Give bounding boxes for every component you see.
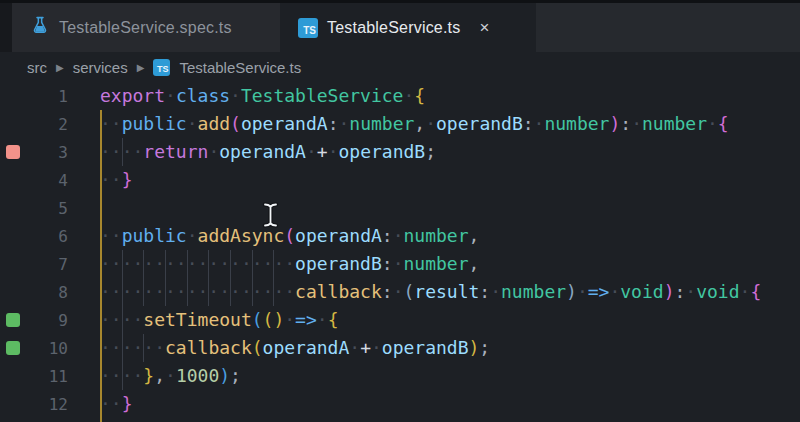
code-token: :: [674, 281, 685, 302]
whitespace-dots: ·: [284, 309, 295, 330]
gutter-marker-cell[interactable]: [0, 390, 26, 418]
editor-tab-bar: TestableService.spec.ts TS TestableServi…: [0, 3, 800, 52]
indent-guide: [143, 278, 144, 306]
indent-guide: [143, 334, 144, 362]
indent-guide: [252, 278, 253, 306]
code-line-content[interactable]: ··public·addAsync(operandA:·number,: [68, 222, 800, 250]
code-token: ;: [425, 141, 436, 162]
code-token: callback: [295, 281, 382, 302]
coverage-uncovered-icon: [6, 145, 20, 159]
breadcrumb-src[interactable]: src: [27, 59, 47, 76]
gutter-marker-cell[interactable]: [0, 222, 26, 250]
flask-icon: [30, 15, 50, 40]
code-token: ,: [469, 225, 480, 246]
code-line[interactable]: 9····setTimeout(()·=>·{: [0, 306, 800, 334]
line-number: 10: [26, 339, 68, 358]
tab-label: TestableService.ts: [327, 19, 460, 37]
code-line-content[interactable]: ··················callback:·(result:·num…: [68, 278, 800, 306]
close-icon[interactable]: ×: [479, 19, 489, 36]
coverage-covered-icon: [6, 313, 20, 327]
whitespace-dots: ··: [100, 169, 122, 190]
tab-testableservice-spec[interactable]: TestableService.spec.ts: [12, 3, 280, 52]
code-token: ;: [230, 365, 241, 386]
code-token: operandB: [338, 141, 425, 162]
code-line-content[interactable]: ··}: [68, 390, 800, 418]
gutter-marker-cell[interactable]: [0, 278, 26, 306]
tab-bar-empty-space: [536, 3, 800, 52]
whitespace-dots: ·: [490, 281, 501, 302]
code-token: return: [143, 141, 208, 162]
code-token: {: [750, 281, 761, 302]
whitespace-dots: ·: [393, 253, 404, 274]
code-line[interactable]: 6··public·addAsync(operandA:·number,: [0, 222, 800, 250]
tab-testableservice[interactable]: TS TestableService.ts ×: [280, 3, 536, 52]
code-token: operandB: [382, 337, 469, 358]
whitespace-dots: ·: [371, 337, 382, 358]
indent-guide: [122, 278, 123, 306]
code-token: add: [198, 113, 231, 134]
tab-bar-left-edge: [0, 3, 12, 52]
indent-guide: [122, 138, 123, 166]
code-line[interactable]: 7··················operandB:·number,: [0, 250, 800, 278]
code-token: }: [122, 169, 133, 190]
code-line-content[interactable]: [68, 194, 800, 222]
code-token: setTimeout: [143, 309, 251, 330]
code-token: (: [403, 281, 414, 302]
gutter-marker-cell[interactable]: [0, 362, 26, 390]
whitespace-dots: ·: [187, 113, 198, 134]
code-line[interactable]: 8··················callback:·(result:·nu…: [0, 278, 800, 306]
gutter-marker-cell[interactable]: [0, 82, 26, 110]
code-token: +: [317, 141, 328, 162]
code-token: ): [566, 281, 577, 302]
code-line-content[interactable]: ····return·operandA·+·operandB;: [68, 138, 800, 166]
whitespace-dots: ·: [534, 113, 545, 134]
indent-guide: [273, 250, 274, 278]
code-line-content[interactable]: export·class·TestableService·{: [68, 82, 800, 110]
code-line-content[interactable]: ······callback(operandA·+·operandB);: [68, 334, 800, 362]
code-line[interactable]: 12··}: [0, 390, 800, 418]
breadcrumb-services[interactable]: services: [73, 59, 128, 76]
code-token: +: [360, 337, 371, 358]
code-line[interactable]: 1export·class·TestableService·{: [0, 82, 800, 110]
whitespace-dots: ·: [740, 281, 751, 302]
breadcrumb-file[interactable]: TestableService.ts: [179, 59, 301, 76]
whitespace-dots: ·: [577, 281, 588, 302]
code-lines: 1export·class·TestableService·{2··public…: [0, 82, 800, 418]
code-editor-window: TestableService.spec.ts TS TestableServi…: [0, 0, 800, 422]
code-token: ): [273, 309, 284, 330]
gutter-marker-cell[interactable]: [0, 306, 26, 334]
code-token: }: [143, 365, 154, 386]
code-line[interactable]: 10······callback(operandA·+·operandB);: [0, 334, 800, 362]
code-token: ): [219, 365, 230, 386]
code-editor[interactable]: 1export·class·TestableService·{2··public…: [0, 82, 800, 422]
code-token: void: [620, 281, 663, 302]
code-line[interactable]: 2··public·add(operandA:·number,·operandB…: [0, 110, 800, 138]
whitespace-dots: ·: [306, 141, 317, 162]
gutter-marker-cell[interactable]: [0, 250, 26, 278]
gutter-marker-cell[interactable]: [0, 138, 26, 166]
gutter-marker-cell[interactable]: [0, 166, 26, 194]
gutter-marker-cell[interactable]: [0, 334, 26, 362]
code-token: class: [176, 85, 230, 106]
chevron-right-icon: ▶: [137, 62, 145, 73]
gutter-marker-cell[interactable]: [0, 194, 26, 222]
code-line-content[interactable]: ··················operandB:·number,: [68, 250, 800, 278]
whitespace-dots: ··: [100, 225, 122, 246]
code-line[interactable]: 4··}: [0, 166, 800, 194]
code-line-content[interactable]: ··public·add(operandA:·number,·operandB:…: [68, 110, 800, 138]
indent-guide: [122, 362, 123, 390]
code-token: :: [328, 113, 339, 134]
code-line[interactable]: 5: [0, 194, 800, 222]
code-token: ,: [154, 365, 165, 386]
code-line-content[interactable]: ··}: [68, 166, 800, 194]
code-line[interactable]: 11····},·1000);: [0, 362, 800, 390]
code-token: :: [620, 113, 631, 134]
code-token: operandA: [241, 113, 328, 134]
code-token: =>: [588, 281, 610, 302]
gutter-marker-cell[interactable]: [0, 110, 26, 138]
code-token: ): [609, 113, 620, 134]
code-line[interactable]: 3····return·operandA·+·operandB;: [0, 138, 800, 166]
line-number: 12: [26, 395, 68, 414]
code-line-content[interactable]: ····setTimeout(()·=>·{: [68, 306, 800, 334]
code-line-content[interactable]: ····},·1000);: [68, 362, 800, 390]
